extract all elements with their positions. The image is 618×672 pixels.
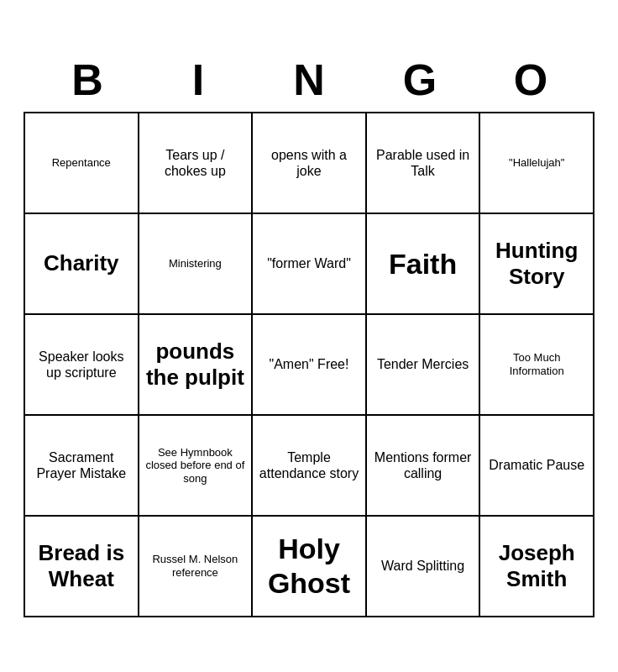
cell-6: Ministering bbox=[139, 214, 254, 315]
cell-24: Joseph Smith bbox=[480, 517, 594, 617]
letter-g: G bbox=[386, 55, 453, 105]
letter-o: O bbox=[497, 55, 564, 105]
cell-0: Repentance bbox=[25, 113, 139, 214]
cell-3: Parable used in Talk bbox=[367, 113, 481, 214]
cell-14: Too Much Information bbox=[480, 315, 594, 416]
letter-i: I bbox=[165, 55, 232, 105]
cell-13: Tender Mercies bbox=[367, 315, 481, 416]
cell-12: "Amen" Free! bbox=[253, 315, 367, 416]
letter-n: N bbox=[275, 55, 343, 105]
cell-23: Ward Splitting bbox=[367, 517, 481, 617]
cell-8: Faith bbox=[367, 214, 481, 315]
cell-21: Russel M. Nelson reference bbox=[139, 517, 254, 617]
cell-4: "Hallelujah" bbox=[480, 113, 594, 214]
bingo-grid: RepentanceTears up / chokes upopens with… bbox=[24, 112, 594, 617]
cell-16: See Hymnbook closed before end of song bbox=[139, 416, 254, 517]
cell-2: opens with a joke bbox=[253, 113, 367, 214]
bingo-card: B I N G O RepentanceTears up / chokes up… bbox=[15, 46, 603, 626]
cell-11: pounds the pulpit bbox=[139, 315, 254, 416]
cell-17: Temple attendance story bbox=[253, 416, 367, 517]
letter-b: B bbox=[54, 55, 121, 105]
cell-18: Mentions former calling bbox=[367, 416, 481, 517]
cell-19: Dramatic Pause bbox=[480, 416, 594, 517]
cell-15: Sacrament Prayer Mistake bbox=[25, 416, 139, 517]
cell-7: "former Ward" bbox=[253, 214, 367, 315]
cell-5: Charity bbox=[25, 214, 139, 315]
cell-22: Holy Ghost bbox=[253, 517, 367, 617]
cell-20: Bread is Wheat bbox=[25, 517, 139, 617]
cell-9: Hunting Story bbox=[480, 214, 594, 315]
bingo-title: B I N G O bbox=[24, 55, 594, 105]
cell-10: Speaker looks up scripture bbox=[25, 315, 139, 416]
cell-1: Tears up / chokes up bbox=[139, 113, 254, 214]
